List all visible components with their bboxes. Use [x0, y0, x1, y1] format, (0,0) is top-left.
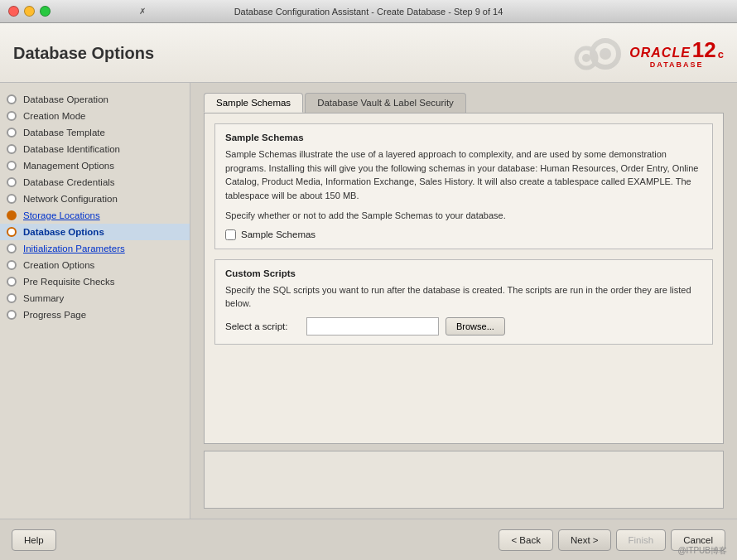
- sample-schemas-checkbox[interactable]: [225, 229, 236, 240]
- title-bar: ✗ Database Configuration Assistant - Cre…: [0, 0, 737, 23]
- sidebar-dot: [7, 128, 17, 138]
- close-button[interactable]: [8, 6, 19, 17]
- finish-button[interactable]: Finish: [616, 529, 667, 551]
- oracle-logo: ORACLE 12c DATABASE: [568, 33, 724, 75]
- oracle-brand: ORACLE 12c DATABASE: [629, 39, 724, 69]
- page-title: Database Options: [13, 44, 154, 63]
- sample-schemas-title: Sample Schemas: [225, 133, 702, 142]
- sidebar-dot: [7, 161, 17, 171]
- window-title: Database Configuration Assistant - Creat…: [234, 7, 503, 17]
- script-input[interactable]: [306, 317, 439, 336]
- sidebar-item-database-operation[interactable]: Database Operation: [0, 91, 190, 108]
- oracle-suffix: c: [718, 48, 724, 60]
- maximize-button[interactable]: [40, 6, 51, 17]
- sample-schemas-section: Sample Schemas Sample Schemas illustrate…: [214, 123, 713, 249]
- sidebar-item-progress-page[interactable]: Progress Page: [0, 307, 190, 323]
- sample-schemas-checkbox-row: Sample Schemas: [225, 229, 702, 240]
- main-window: Database Options ORACLE 12c DATABASE: [0, 23, 737, 560]
- sidebar: Database Operation Creation Mode Databas…: [0, 83, 190, 519]
- bottom-info-area: [204, 451, 724, 509]
- oracle-version: 12: [692, 39, 716, 60]
- sidebar-item-creation-options[interactable]: Creation Options: [0, 257, 190, 273]
- footer-left: Help: [12, 529, 56, 551]
- sample-schemas-prompt: Specify whether or not to add the Sample…: [225, 209, 702, 223]
- script-select-row: Select a script: Browse...: [225, 317, 702, 336]
- sidebar-dot-active: [7, 227, 17, 237]
- sample-schemas-checkbox-label[interactable]: Sample Schemas: [241, 229, 316, 239]
- sidebar-item-network-configuration[interactable]: Network Configuration: [0, 191, 190, 207]
- sidebar-dot: [7, 310, 17, 320]
- sidebar-dot: [7, 260, 17, 270]
- next-button[interactable]: Next >: [558, 529, 611, 551]
- tab-bar: Sample Schemas Database Vault & Label Se…: [204, 93, 724, 113]
- sidebar-item-storage-locations[interactable]: Storage Locations: [0, 207, 190, 224]
- sidebar-item-pre-requisite-checks[interactable]: Pre Requisite Checks: [0, 273, 190, 290]
- custom-scripts-description: Specify the SQL scripts you want to run …: [225, 283, 702, 311]
- app-icon: ✗: [139, 7, 146, 16]
- gear-decoration: [568, 33, 626, 75]
- sample-schemas-description: Sample Schemas illustrate the use of a l…: [225, 147, 702, 202]
- sidebar-item-summary[interactable]: Summary: [0, 290, 190, 307]
- tab-panel-sample-schemas: Sample Schemas Sample Schemas illustrate…: [204, 113, 724, 444]
- sidebar-dot: [7, 210, 17, 220]
- body-area: Database Operation Creation Mode Databas…: [0, 83, 737, 519]
- watermark: @ITPUB博客: [672, 543, 732, 558]
- sidebar-dot: [7, 194, 17, 204]
- custom-scripts-title: Custom Scripts: [225, 268, 702, 278]
- sidebar-dot: [7, 94, 17, 104]
- sidebar-item-creation-mode[interactable]: Creation Mode: [0, 108, 190, 124]
- minimize-button[interactable]: [24, 6, 35, 17]
- sidebar-dot: [7, 277, 17, 287]
- sidebar-dot: [7, 244, 17, 253]
- sidebar-dot: [7, 111, 17, 121]
- sidebar-item-database-identification[interactable]: Database Identification: [0, 141, 190, 157]
- sidebar-item-initialization-parameters[interactable]: Initialization Parameters: [0, 240, 190, 257]
- tab-sample-schemas[interactable]: Sample Schemas: [204, 93, 303, 113]
- footer: Help < Back Next > Finish Cancel: [0, 519, 737, 560]
- header: Database Options ORACLE 12c DATABASE: [0, 23, 737, 83]
- window-controls[interactable]: [8, 6, 51, 17]
- svg-point-3: [582, 54, 590, 62]
- oracle-text: ORACLE: [629, 46, 691, 60]
- browse-button[interactable]: Browse...: [446, 317, 505, 336]
- sidebar-item-management-options[interactable]: Management Options: [0, 157, 190, 174]
- sidebar-dot: [7, 177, 17, 187]
- sidebar-item-database-template[interactable]: Database Template: [0, 124, 190, 141]
- select-script-label: Select a script:: [225, 321, 300, 331]
- custom-scripts-section: Custom Scripts Specify the SQL scripts y…: [214, 259, 713, 345]
- sidebar-dot: [7, 293, 17, 303]
- svg-point-1: [600, 48, 611, 60]
- back-button[interactable]: < Back: [499, 529, 552, 551]
- sidebar-item-database-credentials[interactable]: Database Credentials: [0, 174, 190, 191]
- sidebar-dot: [7, 144, 17, 154]
- tab-database-vault-label-security[interactable]: Database Vault & Label Security: [305, 93, 466, 113]
- help-button[interactable]: Help: [12, 529, 56, 551]
- content-area: Sample Schemas Database Vault & Label Se…: [190, 83, 737, 519]
- sidebar-item-database-options[interactable]: Database Options: [0, 224, 190, 240]
